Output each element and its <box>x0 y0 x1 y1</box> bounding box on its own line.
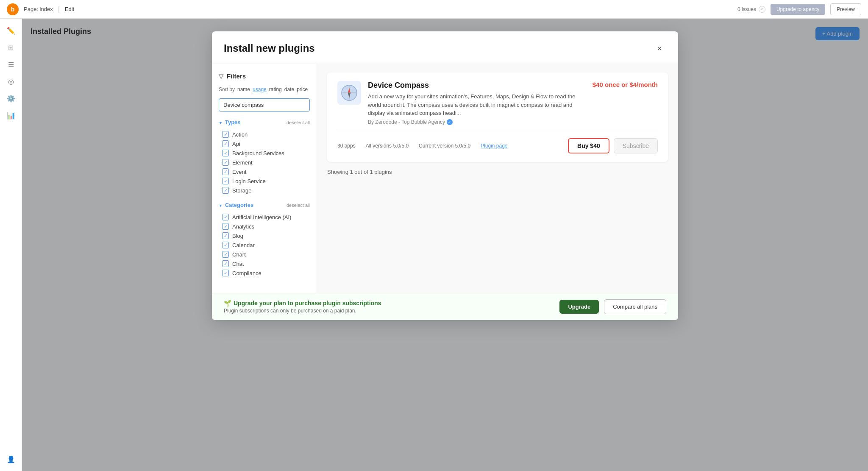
categories-chevron <box>219 202 223 208</box>
main-layout: ✏️ ⊞ ☰ ◎ ⚙️ 📊 👤 Installed Plugins + Add … <box>0 19 868 471</box>
filter-item-login-service[interactable]: ✓ Login Service <box>219 176 310 186</box>
plugin-apps-count: 30 apps <box>337 143 356 149</box>
filter-item-chat[interactable]: ✓ Chat <box>219 259 310 268</box>
chat-label: Chat <box>232 261 244 267</box>
calendar-label: Calendar <box>232 242 255 248</box>
filter-item-element[interactable]: ✓ Element <box>219 158 310 167</box>
checkbox-event[interactable]: ✓ <box>222 168 229 175</box>
sidebar-icon-elements[interactable]: ⊞ <box>4 41 18 54</box>
sort-by-label: Sort by <box>219 86 235 92</box>
sort-date[interactable]: date <box>284 86 294 92</box>
filter-item-blog[interactable]: ✓ Blog <box>219 231 310 240</box>
search-input[interactable] <box>219 98 310 111</box>
sidebar-icon-settings[interactable]: ⚙️ <box>4 92 18 105</box>
buy-button[interactable]: Buy $40 <box>568 138 609 153</box>
filter-icon: ▽ <box>219 73 223 80</box>
page-content: Installed Plugins + Add plugin Install n… <box>22 19 868 471</box>
modal-close-button[interactable]: × <box>653 42 666 55</box>
plugin-list: Device Compass Add a new way for your si… <box>317 64 678 293</box>
filter-item-api[interactable]: ✓ Api <box>219 139 310 148</box>
login-service-label: Login Service <box>232 178 266 184</box>
checkbox-chart[interactable]: ✓ <box>222 251 229 258</box>
categories-label: Categories <box>225 202 253 208</box>
checkbox-storage[interactable]: ✓ <box>222 187 229 194</box>
sidebar-icon-edit[interactable]: ✏️ <box>4 24 18 37</box>
categories-title[interactable]: Categories <box>219 202 253 208</box>
filter-item-storage[interactable]: ✓ Storage <box>219 186 310 195</box>
checkbox-action[interactable]: ✓ <box>222 131 229 138</box>
checkbox-ai[interactable]: ✓ <box>222 214 229 220</box>
api-label: Api <box>232 141 240 147</box>
chart-label: Chart <box>232 251 246 258</box>
filter-item-action[interactable]: ✓ Action <box>219 130 310 139</box>
checkbox-blog[interactable]: ✓ <box>222 232 229 239</box>
modal-overlay: Install new plugins × ▽ Filters Sort by … <box>22 19 868 471</box>
verified-badge: ✓ <box>447 119 453 125</box>
sort-usage[interactable]: usage <box>253 86 267 92</box>
checkbox-background[interactable]: ✓ <box>222 150 229 156</box>
checkbox-chat[interactable]: ✓ <box>222 260 229 267</box>
checkbox-login-service[interactable]: ✓ <box>222 178 229 184</box>
issues-indicator: 0 issues ○ <box>737 6 765 13</box>
filter-item-analytics[interactable]: ✓ Analytics <box>219 222 310 231</box>
modal-body: ▽ Filters Sort by name usage rating date… <box>212 64 678 293</box>
storage-label: Storage <box>232 187 252 194</box>
divider: | <box>58 6 60 13</box>
upgrade-bar: 🌱 Upgrade your plan to purchase plugin s… <box>212 293 678 320</box>
page-label: Page: index <box>24 6 53 12</box>
plugin-all-versions: All versions 5.0/5.0 <box>366 143 409 149</box>
filters-panel: ▽ Filters Sort by name usage rating date… <box>212 64 317 293</box>
upgrade-bar-subtitle: Plugin subscriptions can only be purchas… <box>224 308 554 314</box>
compliance-label: Compliance <box>232 270 262 276</box>
plugin-page-link[interactable]: Plugin page <box>481 143 507 149</box>
sort-rating[interactable]: rating <box>269 86 282 92</box>
checkbox-analytics[interactable]: ✓ <box>222 223 229 230</box>
modal-title: Install new plugins <box>224 42 315 54</box>
subscribe-button[interactable]: Subscribe <box>614 138 658 153</box>
upgrade-plan-button[interactable]: Upgrade <box>559 300 599 314</box>
checkbox-element[interactable]: ✓ <box>222 159 229 166</box>
sort-name[interactable]: name <box>237 86 250 92</box>
categories-section-header: Categories deselect all <box>219 202 310 208</box>
left-sidebar: ✏️ ⊞ ☰ ◎ ⚙️ 📊 👤 <box>0 19 22 471</box>
plugin-author-text: By Zeroqode - Top Bubble Agency <box>368 119 445 125</box>
action-label: Action <box>232 131 248 138</box>
preview-button[interactable]: Preview <box>830 3 861 15</box>
sort-price[interactable]: price <box>297 86 308 92</box>
filters-header: ▽ Filters <box>219 72 310 80</box>
filter-item-chart[interactable]: ✓ Chart <box>219 250 310 259</box>
checkbox-compliance[interactable]: ✓ <box>222 270 229 276</box>
checkbox-api[interactable]: ✓ <box>222 140 229 147</box>
sidebar-icon-data[interactable]: ◎ <box>4 75 18 88</box>
filter-item-ai[interactable]: ✓ Artificial Intelligence (AI) <box>219 212 310 222</box>
sidebar-icon-layout[interactable]: ☰ <box>4 58 18 71</box>
upgrade-button[interactable]: Upgrade to agency <box>771 4 825 15</box>
filter-item-event[interactable]: ✓ Event <box>219 167 310 176</box>
plugin-description: Add a new way for your sites animation's… <box>368 92 586 117</box>
plugin-card-top: Device Compass Add a new way for your si… <box>337 81 658 125</box>
issues-text: 0 issues <box>737 6 756 12</box>
filter-item-calendar[interactable]: ✓ Calendar <box>219 240 310 250</box>
checkbox-calendar[interactable]: ✓ <box>222 242 229 248</box>
plugin-info: Device Compass Add a new way for your si… <box>368 81 586 125</box>
sidebar-icon-user[interactable]: 👤 <box>4 452 18 466</box>
types-title[interactable]: Types <box>219 119 241 125</box>
analytics-label: Analytics <box>232 223 254 230</box>
categories-section: Categories deselect all ✓ Artificial Int… <box>219 202 310 278</box>
top-bar: b Page: index | Edit 0 issues ○ Upgrade … <box>0 0 868 19</box>
plugin-actions: Buy $40 Subscribe <box>568 138 658 153</box>
upgrade-icon: 🌱 <box>224 300 231 307</box>
types-deselect[interactable]: deselect all <box>287 120 310 125</box>
sort-row: Sort by name usage rating date price <box>219 86 310 92</box>
filter-item-compliance[interactable]: ✓ Compliance <box>219 268 310 278</box>
categories-deselect[interactable]: deselect all <box>287 203 310 208</box>
compare-plans-button[interactable]: Compare all plans <box>604 299 666 314</box>
filter-item-background[interactable]: ✓ Background Services <box>219 148 310 158</box>
filters-title: Filters <box>227 72 246 80</box>
sidebar-icon-chart[interactable]: 📊 <box>4 109 18 122</box>
plugin-author: By Zeroqode - Top Bubble Agency ✓ <box>368 119 586 125</box>
background-label: Background Services <box>232 150 284 156</box>
plugin-price: $40 once or $4/month <box>593 81 658 88</box>
logo: b <box>7 3 19 15</box>
edit-label[interactable]: Edit <box>65 6 74 12</box>
